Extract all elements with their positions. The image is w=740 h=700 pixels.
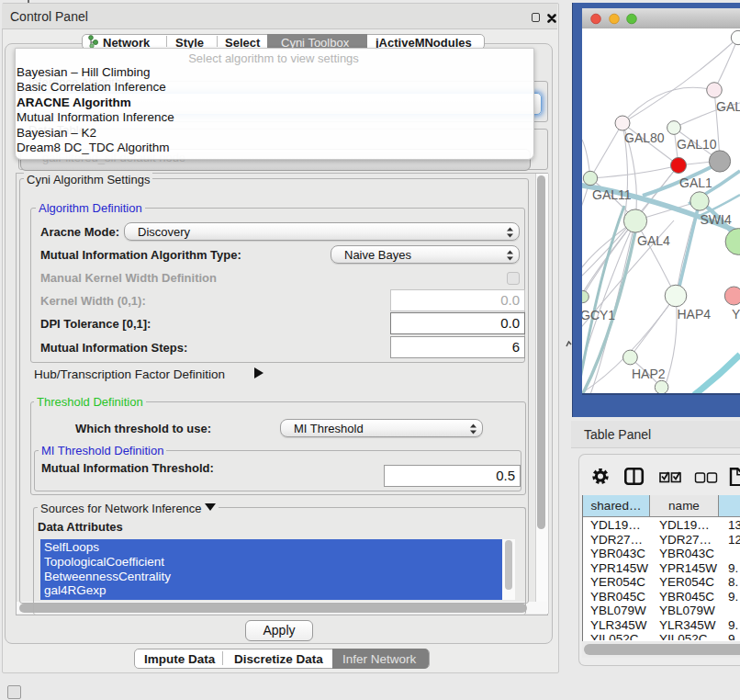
svg-text:GCY1: GCY1 bbox=[582, 308, 615, 322]
svg-text:GAL80: GAL80 bbox=[624, 130, 665, 145]
svg-text:GAL10: GAL10 bbox=[677, 137, 717, 152]
svg-text:SWI4: SWI4 bbox=[701, 212, 732, 227]
svg-text:GAL11: GAL11 bbox=[592, 187, 632, 202]
svg-text:Y: Y bbox=[732, 307, 740, 322]
svg-text:HAP4: HAP4 bbox=[678, 307, 712, 322]
svg-text:GAL4: GAL4 bbox=[637, 233, 670, 248]
svg-text:HAP2: HAP2 bbox=[632, 367, 666, 381]
svg-text:GAL: GAL bbox=[716, 99, 740, 114]
svg-text:GAL1: GAL1 bbox=[679, 175, 712, 190]
